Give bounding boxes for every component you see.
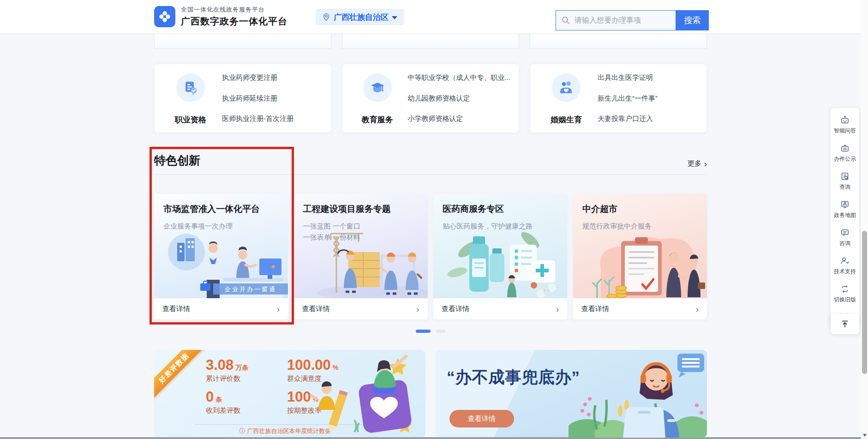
chevron-right-icon: › bbox=[277, 305, 280, 313]
chevron-down-icon bbox=[392, 16, 397, 19]
market-supervision-illustration: 企业开办一窗通 bbox=[154, 228, 288, 298]
promo-banner[interactable]: “办不成事兜底办” 查看详情 bbox=[436, 350, 707, 438]
featured-card-body: 市场监管准入一体化平台 企业服务事项一次办理 bbox=[154, 194, 288, 232]
featured-card-title: 市场监管准入一体化平台 bbox=[163, 203, 279, 215]
featured-card-pharmaceutical[interactable]: 医药商服务专区 贴心医药服务，守护健康之路 bbox=[433, 194, 567, 319]
featured-card-body: 工程建设项目服务专题 一张蓝图 一个窗口 一张表单 一份材料 bbox=[294, 194, 428, 243]
featured-card-row: 市场监管准入一体化平台 企业服务事项一次办理 bbox=[154, 194, 707, 319]
scrollbar-track[interactable] bbox=[861, 0, 868, 439]
platform-title: 广西数字政务一体化平台 bbox=[181, 15, 287, 28]
more-link[interactable]: 更多 › bbox=[688, 159, 707, 168]
promo-view-details-button[interactable]: 查看详情 bbox=[449, 410, 514, 427]
location-pin-icon bbox=[322, 13, 330, 21]
stat-label: 收到差评数 bbox=[206, 406, 287, 415]
sidebar-item-label: 切换旧版 bbox=[834, 296, 856, 304]
sidebar-item-consult[interactable]: 咨询 bbox=[831, 223, 859, 252]
promo-banner-title: “办不成事兜底办” bbox=[447, 367, 580, 388]
service-category-row: 职业资格 执业药师变更注册 执业药师延续注册 医师执业注册-首次注册 教育 bbox=[154, 64, 707, 133]
section-divider bbox=[154, 174, 707, 175]
family-heart-icon bbox=[552, 73, 581, 102]
service-link[interactable]: 执业药师延续注册 bbox=[222, 94, 323, 103]
sidebar-item-label: 政务地图 bbox=[834, 211, 856, 219]
featured-card-subtitle2: 一张表单 一份材料 bbox=[303, 232, 419, 243]
back-to-top-button[interactable] bbox=[831, 314, 859, 334]
stat-unit: 条 bbox=[216, 396, 222, 403]
stat-value: 100 bbox=[287, 389, 311, 405]
view-details-link[interactable]: 查看详情 bbox=[442, 305, 469, 313]
carousel-indicators bbox=[154, 330, 707, 333]
search-icon bbox=[561, 16, 570, 25]
robot-icon bbox=[840, 115, 850, 125]
sidebar-item-switch-old-version[interactable]: 切换旧版 bbox=[831, 280, 859, 308]
partial-card bbox=[342, 33, 519, 49]
featured-card-footer[interactable]: 查看详情 › bbox=[294, 298, 428, 319]
sidebar-item-smart-qa[interactable]: 智能问答 bbox=[831, 111, 859, 139]
view-details-link[interactable]: 查看详情 bbox=[302, 305, 330, 313]
featured-card-footer[interactable]: 查看详情 › bbox=[573, 298, 707, 319]
featured-card-footer[interactable]: 查看详情 › bbox=[154, 298, 288, 319]
service-link[interactable]: 医师执业注册-首次注册 bbox=[222, 114, 323, 123]
service-link[interactable]: 新生儿出生“一件事” bbox=[598, 94, 698, 103]
service-link[interactable]: 幼儿园教师资格认定 bbox=[407, 94, 510, 103]
sidebar-item-label: 办件公示 bbox=[834, 155, 856, 163]
view-details-link[interactable]: 查看详情 bbox=[581, 305, 609, 313]
banner-row: 好差评数据 3.08万条 累计评价数 100.00% 群众满意度 0条 收到差评… bbox=[154, 350, 707, 438]
support-wrench-icon bbox=[840, 256, 850, 266]
featured-card-subtitle: 贴心医药服务，守护健康之路 bbox=[443, 221, 558, 232]
featured-card-title: 医药商服务专区 bbox=[443, 203, 558, 215]
featured-section-title: 特色创新 bbox=[154, 153, 200, 168]
customer-service-illustration bbox=[569, 350, 707, 438]
service-card-left: 职业资格 bbox=[162, 72, 219, 125]
sidebar-item-label: 智能问答 bbox=[834, 127, 856, 135]
platform-subtitle: 全国一体化在线政务服务平台 bbox=[181, 6, 287, 14]
search-input[interactable] bbox=[556, 10, 676, 30]
clover-logo-icon bbox=[157, 9, 173, 24]
sidebar-item-gov-map[interactable]: 政务地图 bbox=[831, 195, 859, 223]
chevron-right-icon: › bbox=[696, 305, 699, 313]
partial-card bbox=[154, 33, 331, 49]
rating-stats-banner[interactable]: 好差评数据 3.08万条 累计评价数 100.00% 群众满意度 0条 收到差评… bbox=[154, 350, 425, 438]
service-link[interactable]: 中等职业学校（成人中专、职业... bbox=[407, 73, 510, 82]
featured-card-footer[interactable]: 查看详情 › bbox=[433, 298, 567, 319]
service-link[interactable]: 夫妻投靠户口迁入 bbox=[598, 114, 698, 123]
page: 全国一体化在线政务服务平台 广西数字政务一体化平台 广西壮族自治区 搜索 bbox=[0, 0, 868, 439]
featured-card-body: 中介超市 规范行政审批中介服务 bbox=[573, 194, 707, 232]
chevron-right-icon: › bbox=[416, 305, 419, 313]
search-bar: 搜索 bbox=[556, 10, 709, 30]
sidebar-item-label: 咨询 bbox=[839, 240, 850, 247]
carousel-dot-active[interactable] bbox=[416, 330, 431, 333]
service-link[interactable]: 小学教师资格认定 bbox=[407, 114, 510, 123]
featured-card-subtitle: 规范行政审批中介服务 bbox=[582, 221, 698, 232]
pharmacy-illustration bbox=[433, 228, 567, 298]
carousel-dot[interactable] bbox=[436, 330, 445, 333]
sidebar-item-query[interactable]: 查询 bbox=[831, 167, 859, 195]
graduation-cap-icon bbox=[363, 73, 392, 102]
service-link[interactable]: 执业药师变更注册 bbox=[222, 73, 323, 82]
platform-logo bbox=[154, 6, 175, 27]
search-button[interactable]: 搜索 bbox=[676, 10, 709, 30]
featured-card-subtitle: 一张蓝图 一个窗口 bbox=[303, 221, 419, 232]
service-category-title: 教育服务 bbox=[362, 114, 393, 125]
service-category-title: 婚姻生育 bbox=[551, 114, 582, 125]
chevron-right-icon: › bbox=[556, 305, 559, 313]
scrollbar-down-arrow-icon[interactable] bbox=[863, 434, 867, 437]
featured-card-market-supervision[interactable]: 市场监管准入一体化平台 企业服务事项一次办理 bbox=[154, 194, 288, 319]
stat-value: 3.08 bbox=[206, 357, 233, 373]
featured-card-engineering[interactable]: 工程建设项目服务专题 一张蓝图 一个窗口 一张表单 一份材料 bbox=[294, 194, 428, 319]
scrollbar-thumb[interactable] bbox=[862, 231, 867, 374]
switch-version-icon bbox=[840, 284, 850, 294]
chevron-right-icon: › bbox=[704, 160, 707, 168]
featured-card-badge: 企业开办一窗通 bbox=[225, 286, 276, 293]
service-card-education: 教育服务 中等职业学校（成人中专、职业... 幼儿园教师资格认定 小学教师资格认… bbox=[342, 64, 519, 133]
ribbon-badge: 好差评数据 bbox=[154, 350, 208, 402]
region-selector[interactable]: 广西壮族自治区 bbox=[316, 9, 404, 25]
info-icon bbox=[239, 427, 245, 435]
floating-toolbar: 智能问答 办件公示 查询 政务地图 bbox=[831, 108, 859, 327]
service-link[interactable]: 出具出生医学证明 bbox=[598, 73, 698, 82]
view-details-link[interactable]: 查看详情 bbox=[162, 305, 190, 313]
partial-card-row bbox=[154, 33, 707, 49]
featured-card-intermediary[interactable]: 中介超市 规范行政审批中介服务 bbox=[573, 194, 707, 319]
service-card-professional-qualification: 职业资格 执业药师变更注册 执业药师延续注册 医师执业注册-首次注册 bbox=[154, 64, 331, 133]
sidebar-item-case-publicity[interactable]: 办件公示 bbox=[831, 139, 859, 167]
sidebar-item-tech-support[interactable]: 技术支持 bbox=[831, 252, 859, 280]
